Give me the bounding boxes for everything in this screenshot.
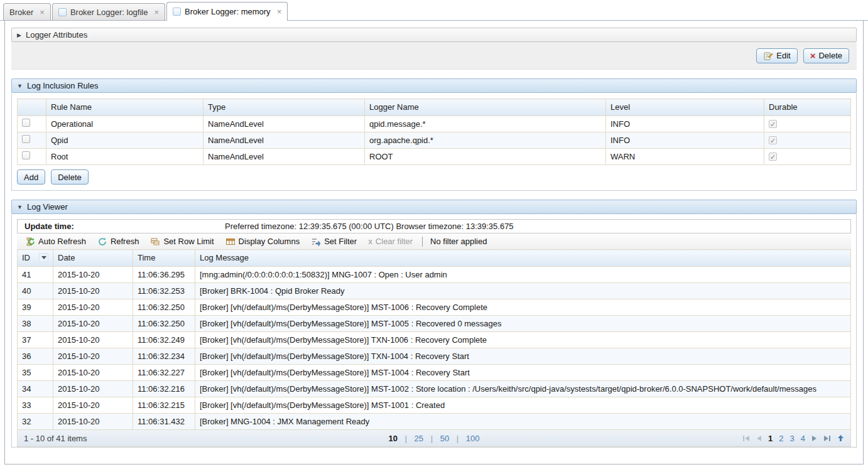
log-date-cell: 2015-10-20	[53, 348, 133, 365]
tab-broker-logger-memory[interactable]: Broker Logger: memory ×	[166, 2, 288, 21]
page-4[interactable]: 4	[801, 434, 805, 443]
page-size-25[interactable]: 25	[415, 434, 423, 443]
separator: |	[457, 434, 458, 443]
rule-name-cell: Root	[46, 149, 203, 165]
set-row-limit-button[interactable]: Set Row Limit	[146, 235, 218, 248]
display-columns-button[interactable]: Display Columns	[221, 235, 305, 248]
pane-title: Log Inclusion Rules	[27, 81, 98, 90]
log-id-cell: 32	[18, 414, 53, 430]
col-logger-name[interactable]: Logger Name	[365, 99, 606, 116]
log-row[interactable]: 37 2015-10-20 11:06:32.249 [Broker] [vh(…	[18, 332, 851, 348]
log-row[interactable]: 33 2015-10-20 11:06:32.215 [Broker] [vh(…	[18, 397, 851, 414]
row-select-checkbox[interactable]	[22, 151, 30, 159]
log-header-row: ID Date Time Log Message	[18, 250, 851, 267]
add-rule-button[interactable]: Add	[17, 169, 45, 185]
log-viewer-body: Update time: Preferred timezone: 12:39:3…	[11, 214, 857, 448]
col-date[interactable]: Date	[53, 250, 133, 267]
display-columns-label: Display Columns	[239, 237, 300, 246]
clear-filter-button[interactable]: x Clear filter	[364, 235, 417, 248]
edit-button[interactable]: Edit	[756, 48, 797, 63]
log-row[interactable]: 36 2015-10-20 11:06:32.234 [Broker] [vh(…	[18, 348, 851, 365]
tab-bar: Broker × Broker Logger: logfile × Broker…	[0, 0, 868, 21]
logger-attributes-header[interactable]: ▶ Logger Attributes	[11, 28, 857, 42]
log-id-cell: 41	[18, 267, 53, 283]
select-all-header	[18, 99, 46, 116]
auto-refresh-button[interactable]: Auto Refresh	[21, 235, 90, 248]
log-row[interactable]: 38 2015-10-20 11:06:32.250 [Broker] [vh(…	[18, 316, 851, 332]
col-id[interactable]: ID	[18, 250, 53, 267]
log-message-cell: [Broker] [vh(/default)/ms(DerbyMessageSt…	[195, 316, 851, 332]
log-id-cell: 33	[18, 397, 53, 414]
rule-logger-cell: ROOT	[365, 149, 606, 165]
page-size-50[interactable]: 50	[440, 434, 449, 443]
log-id-cell: 38	[18, 316, 53, 332]
log-time-cell: 11:06:32.253	[133, 283, 195, 299]
log-row[interactable]: 34 2015-10-20 11:06:32.216 [Broker] [vh(…	[18, 381, 851, 397]
refresh-button[interactable]: Refresh	[93, 235, 144, 248]
log-inclusion-rules-header[interactable]: ▼ Log Inclusion Rules	[11, 78, 857, 93]
log-time-cell: 11:06:32.250	[133, 316, 195, 332]
tab-broker-logger-logfile[interactable]: Broker Logger: logfile ×	[52, 3, 165, 20]
log-id-cell: 40	[18, 283, 53, 299]
rules-table: Rule Name Type Logger Name Level Durable…	[17, 99, 851, 165]
col-rule-name[interactable]: Rule Name	[46, 99, 203, 116]
log-table: ID Date Time Log Message 41 2015-10-20 1…	[17, 249, 851, 430]
separator: |	[431, 434, 433, 443]
log-row[interactable]: 40 2015-10-20 11:06:32.253 [Broker] BRK-…	[18, 283, 851, 299]
toolbar-separator	[422, 237, 423, 247]
logger-actions-strip: Edit × Delete	[11, 42, 857, 70]
log-row[interactable]: 39 2015-10-20 11:06:32.250 [Broker] [vh(…	[18, 299, 851, 316]
close-icon[interactable]: ×	[154, 8, 159, 16]
log-time-cell: 11:06:32.215	[133, 397, 195, 414]
log-row[interactable]: 32 2015-10-20 11:06:31.432 [Broker] MNG-…	[18, 414, 851, 430]
log-time-cell: 11:06:32.216	[133, 381, 195, 397]
rule-row[interactable]: Root NameAndLevel ROOT WARN ✓	[18, 149, 851, 165]
next-page-icon[interactable]	[811, 435, 817, 442]
sort-desc-icon[interactable]	[39, 253, 48, 262]
set-filter-button[interactable]: Set Filter	[307, 235, 361, 248]
log-viewer-toolbar: Auto Refresh Refresh S	[17, 234, 851, 249]
logger-tab-icon	[58, 8, 67, 16]
display-columns-icon	[225, 237, 236, 247]
filter-status-text: No filter applied	[428, 237, 487, 246]
rule-logger-cell: org.apache.qpid.*	[365, 132, 606, 149]
tab-label: Broker Logger: memory	[185, 7, 271, 16]
scroll-to-top-icon[interactable]	[837, 434, 844, 442]
delete-rule-button[interactable]: Delete	[51, 169, 89, 185]
rules-header-row: Rule Name Type Logger Name Level Durable	[18, 99, 851, 116]
rule-row[interactable]: Qpid NameAndLevel org.apache.qpid.* INFO…	[18, 132, 851, 149]
close-icon[interactable]: ×	[277, 8, 282, 16]
first-page-icon[interactable]	[742, 435, 750, 442]
tab-broker[interactable]: Broker ×	[3, 3, 51, 20]
close-icon[interactable]: ×	[40, 8, 45, 16]
log-row[interactable]: 41 2015-10-20 11:06:36.295 [mng:admin(/0…	[18, 267, 851, 283]
log-viewer-header[interactable]: ▼ Log Viewer	[11, 200, 857, 214]
log-date-cell: 2015-10-20	[53, 283, 133, 299]
set-filter-label: Set Filter	[324, 237, 357, 246]
last-page-icon[interactable]	[823, 435, 831, 442]
col-log-message[interactable]: Log Message	[195, 250, 851, 267]
row-select-checkbox[interactable]	[22, 119, 30, 127]
timezone-text: Preferred timezone: 12:39:35.675 (00:00 …	[225, 222, 514, 231]
prev-page-icon[interactable]	[756, 435, 762, 442]
col-level[interactable]: Level	[606, 99, 764, 116]
rule-row[interactable]: Operational NameAndLevel qpid.message.* …	[18, 116, 851, 132]
log-date-cell: 2015-10-20	[53, 316, 133, 332]
page-1: 1	[768, 434, 773, 443]
page-size-10[interactable]: 10	[388, 434, 397, 443]
page-3[interactable]: 3	[790, 434, 795, 443]
log-row[interactable]: 35 2015-10-20 11:06:32.227 [Broker] [vh(…	[18, 365, 851, 381]
delete-x-icon: ×	[810, 51, 816, 60]
page-size-100[interactable]: 100	[466, 434, 480, 443]
col-durable[interactable]: Durable	[764, 99, 851, 116]
durable-checkbox: ✓	[769, 120, 777, 128]
page-2[interactable]: 2	[779, 434, 783, 443]
delete-button[interactable]: × Delete	[803, 48, 849, 63]
auto-refresh-label: Auto Refresh	[38, 237, 86, 246]
col-type[interactable]: Type	[203, 99, 365, 116]
col-time[interactable]: Time	[133, 250, 195, 267]
logger-tab-icon	[173, 8, 181, 16]
paginator: 1 - 10 of 41 items 10 | 25 | 50 | 100	[17, 430, 851, 447]
log-message-cell: [Broker] [vh(/default)/ms(DerbyMessageSt…	[195, 348, 851, 365]
row-select-checkbox[interactable]	[22, 135, 30, 143]
